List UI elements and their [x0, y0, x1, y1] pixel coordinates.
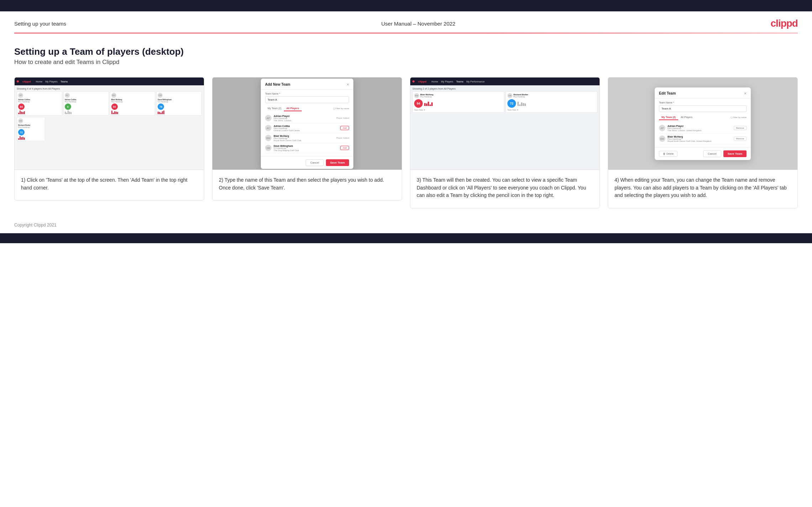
player-avatar-1: AC: [265, 125, 271, 131]
player-info-0: Adrian Player Plus Handicap The Shire, L…: [274, 115, 334, 122]
player-name-1: Adrian Coliba: [274, 125, 338, 127]
edit-footer-right: Cancel Save Team: [703, 150, 747, 157]
edit-modal-tab-all-players[interactable]: All Players: [678, 115, 695, 120]
add-player-button-3[interactable]: Add: [340, 146, 349, 150]
edit-modal-body: Team Name * My Team (2) All Players ☐ Fi…: [655, 98, 751, 147]
player-avatar-3: DB: [265, 145, 271, 151]
pdc-1: BM Blair McHarg Plus Handicap 94: [412, 91, 504, 113]
edit-player-detail2-0: The Shire, London, United Kingdom: [668, 129, 732, 132]
edit-player-detail2-1: Royal North Devon Golf Club, United King…: [668, 140, 732, 142]
avatar-mini-4: DB: [158, 93, 163, 98]
modal-save-button[interactable]: Save Team: [326, 159, 349, 166]
ss3-logo-dot: [412, 80, 415, 82]
player-list: AP Adrian Player Plus Handicap The Shire…: [265, 113, 349, 153]
screenshot-3: clippd Home My Players Teams My Performa…: [410, 78, 600, 170]
player-avatar-2: BM: [265, 135, 271, 141]
pdc-score-1: 94: [414, 99, 423, 108]
player-location-2: Royal North Devon Golf Club: [274, 139, 334, 142]
edit-modal-close-button[interactable]: ×: [744, 91, 747, 96]
ss1-fifth-player: RB Richard Butler Plus Handicap 72: [17, 117, 202, 141]
modal-tab-all-players[interactable]: All Players: [284, 106, 302, 111]
edit-player-row-0: AP Adrian Player Plus Handicap The Shire…: [659, 123, 747, 134]
score-4: 78: [158, 103, 164, 110]
mini-bars-3: [111, 111, 154, 114]
pdc-avatar-2: RB: [507, 93, 512, 98]
avatar-mini-5: RB: [18, 118, 23, 123]
player-location-0: The Shire, London: [274, 119, 334, 122]
player-avatar-0: AP: [265, 115, 271, 121]
edit-modal-filter: ☐ Filter by name: [731, 116, 747, 119]
edit-team-modal: Edit Team × Team Name * My Team (2) All …: [655, 87, 751, 160]
remove-player-button-1[interactable]: Remove: [734, 137, 747, 141]
player-name-0: Adrian Player: [274, 115, 334, 117]
edit-player-name-1: Blair McHarg: [668, 135, 732, 138]
player-mini-card-5: RB Richard Butler Plus Handicap 72: [17, 117, 45, 141]
header-left-text: Setting up your teams: [14, 21, 66, 27]
ss3-logo-text: clippd: [418, 80, 427, 83]
player-name-2: Blair McHarg: [274, 135, 334, 137]
pdc-top-1: BM Blair McHarg Plus Handicap: [414, 93, 502, 98]
player-mini-card-1: AP Adrian Collins Plus Handicap 84: [17, 91, 62, 116]
add-player-button-1[interactable]: Add: [340, 126, 349, 130]
modal-close-button[interactable]: ×: [347, 82, 349, 87]
mini-bars-2: [65, 111, 107, 114]
ss3-nav-players: My Players: [441, 80, 453, 83]
edit-player-info-1: Blair McHarg Plus Handicap Royal North D…: [668, 135, 732, 142]
team-name-input[interactable]: [265, 96, 349, 103]
avatar-mini-2: AC: [65, 93, 70, 98]
player-row-3: DB Dave Billingham 5.5 Handicap The Dog …: [265, 143, 349, 153]
delete-team-button[interactable]: 🗑 Delete: [659, 151, 677, 157]
edit-modal-footer: 🗑 Delete Cancel Save Team: [655, 147, 751, 160]
header-center-text: User Manual – November 2022: [381, 21, 455, 27]
ss3-nav-teams: Teams: [456, 80, 464, 83]
edit-player-info-0: Adrian Player Plus Handicap The Shire, L…: [668, 125, 732, 132]
ss1-logo-dot: [17, 80, 19, 82]
pdc-top-2: RB Richard Butler Plus Handicap: [507, 93, 596, 98]
pdc-bars-1: [424, 101, 433, 106]
mini-bars-4: [158, 111, 200, 114]
copyright-text: Copyright Clippd 2021: [14, 223, 57, 228]
pdc-name-1: Blair McHarg Plus Handicap: [420, 94, 433, 98]
modal-tab-my-team[interactable]: My Team (2): [265, 106, 284, 111]
edit-team-name-label: Team Name *: [659, 101, 747, 104]
ss1-logo-text: clippd: [22, 80, 31, 83]
add-team-modal: Add New Team × Team Name * My Team (2) A…: [261, 79, 353, 169]
ss1-nav-teams: Teams: [60, 80, 68, 83]
header: Setting up your teams User Manual – Nove…: [0, 11, 812, 33]
pdc-avatar-1: BM: [414, 93, 419, 98]
ss1-nav-home: Home: [36, 80, 43, 83]
remove-player-button-0[interactable]: Remove: [734, 126, 747, 130]
card-3-text: 3) This Team will then be created. You c…: [410, 170, 600, 208]
score-1: 84: [18, 103, 25, 110]
ss3-player-pair: BM Blair McHarg Plus Handicap 94: [412, 91, 597, 113]
score-2: 0: [65, 103, 71, 110]
ss1-heading: Showing 4 of 4 players from All Players: [17, 87, 202, 90]
modal-filter: ☐ Filter by name: [333, 107, 349, 110]
pdc-stats-1: Team Stats ▼: [414, 109, 502, 111]
modal-cancel-button[interactable]: Cancel: [306, 159, 324, 166]
ss1-nav-players: My Players: [45, 80, 58, 83]
card-1-text: 1) Click on 'Teams' at the top of the sc…: [15, 170, 204, 200]
edit-team-name-input[interactable]: [659, 105, 747, 112]
avatar-mini-1: AP: [18, 93, 23, 98]
player-location-1: Central London Golf Centre: [274, 129, 338, 132]
bottom-bar: [0, 233, 812, 243]
score-5: 72: [18, 129, 25, 135]
player-mini-card-3: BM Blair McHarg Plus Handicap 94: [110, 91, 155, 116]
player-info-2: Blair McHarg Plus Handicap Royal North D…: [274, 135, 334, 142]
edit-save-button[interactable]: Save Team: [723, 150, 747, 157]
edit-player-avatar-0: AP: [659, 125, 665, 131]
ss3-heading: Showing 2 of 2 players from All Players: [412, 87, 597, 90]
ss3-nav-links: Home My Players Teams My Performance: [432, 80, 485, 83]
pdc-bars-2: [517, 101, 526, 106]
card-2: Add New Team × Team Name * My Team (2) A…: [212, 77, 402, 201]
edit-cancel-button[interactable]: Cancel: [703, 150, 721, 157]
trash-icon: 🗑: [663, 153, 665, 155]
pdc-name-2: Richard Butler Plus Handicap: [513, 94, 528, 98]
ss3-nav: clippd Home My Players Teams My Performa…: [410, 78, 600, 85]
modal-tabs: My Team (2) All Players ☐ Filter by name: [265, 106, 349, 111]
edit-modal-tab-my-team[interactable]: My Team (2): [659, 115, 678, 120]
team-name-label: Team Name *: [265, 92, 349, 95]
pdc-stats-2: Team Stats ▼: [507, 109, 596, 111]
edit-modal-title: Edit Team: [659, 91, 676, 95]
